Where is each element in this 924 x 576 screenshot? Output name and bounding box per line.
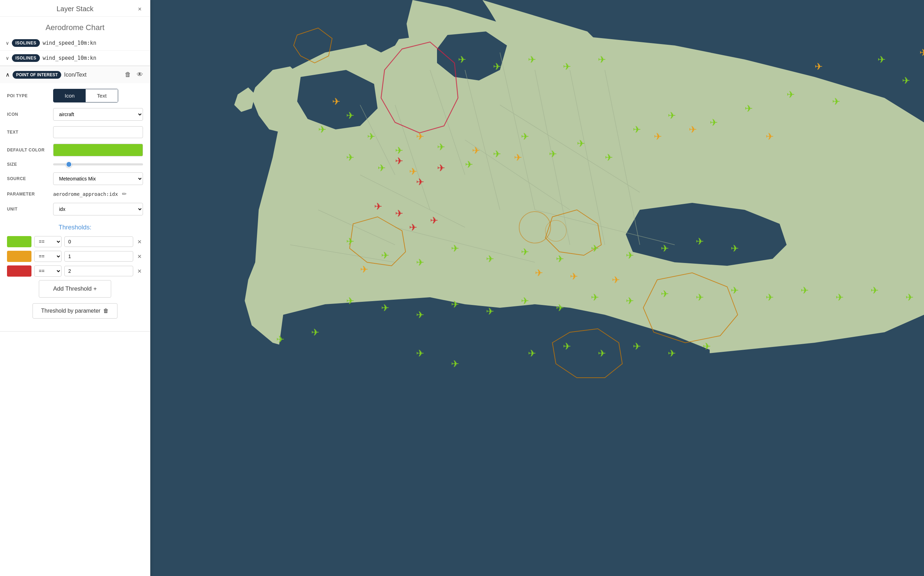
threshold-value-1[interactable] [64,237,133,247]
svg-text:✈: ✈ [577,138,585,149]
threshold-operator-1[interactable]: ==!=<<=>>= [34,236,62,247]
svg-text:✈: ✈ [626,250,634,261]
threshold-operator-3[interactable]: ==!=<<=>>= [34,266,62,277]
svg-text:✈: ✈ [745,103,753,114]
svg-text:✈: ✈ [381,250,389,261]
svg-text:✈: ✈ [409,222,417,233]
svg-text:✈: ✈ [661,243,669,254]
source-select[interactable]: Meteomatics Mix Other [53,173,143,185]
threshold-by-parameter-button[interactable]: Threshold by parameter 🗑 [32,303,118,318]
svg-text:✈: ✈ [871,285,879,296]
icon-select[interactable]: aircraft airport helipad arrow [53,108,143,121]
svg-text:✈: ✈ [598,348,606,359]
svg-text:✈: ✈ [346,296,354,306]
svg-text:✈: ✈ [528,54,536,65]
svg-text:✈: ✈ [409,166,417,177]
form-area: POI TYPE Icon Text ICON aircraft airport… [0,83,150,221]
svg-text:✈: ✈ [521,246,529,258]
close-button[interactable]: × [135,4,144,14]
size-slider[interactable] [53,163,143,165]
svg-text:✈: ✈ [703,341,711,352]
layer-1-badge: ISOLINES [12,39,40,47]
svg-text:✈: ✈ [591,243,599,254]
threshold-remove-3[interactable]: × [136,267,143,275]
color-swatch[interactable] [53,144,143,156]
parameter-value: aerodrome_approach:idx [53,191,118,197]
visibility-button[interactable]: 👁 [135,70,144,80]
parameter-edit-icon[interactable]: ✏ [122,190,126,197]
threshold-color-3[interactable] [7,266,32,277]
svg-text:✈: ✈ [832,96,840,107]
icon-label: ICON [7,112,49,117]
text-row: TEXT [7,126,143,138]
svg-text:✈: ✈ [521,296,529,306]
svg-text:✈: ✈ [378,163,386,173]
svg-text:✈: ✈ [360,264,368,275]
svg-text:✈: ✈ [633,341,641,352]
source-row: SOURCE Meteomatics Mix Other [7,173,143,185]
chart-title: Aerodrome Chart [0,17,150,36]
delete-layer-button[interactable]: 🗑 [123,70,132,80]
threshold-by-parameter-delete-icon[interactable]: 🗑 [103,308,109,314]
svg-text:✈: ✈ [416,257,424,268]
threshold-operator-2[interactable]: ==!=<<=>>= [34,251,62,262]
active-layer-chevron[interactable]: ∧ [6,71,10,78]
svg-text:✈: ✈ [556,302,564,314]
threshold-row-3: ==!=<<=>>= × [7,266,143,277]
svg-text:✈: ✈ [346,110,354,121]
threshold-remove-1[interactable]: × [136,238,143,246]
svg-text:✈: ✈ [633,124,641,135]
svg-text:✈: ✈ [902,75,910,86]
unit-row: UNIT idx [7,203,143,216]
svg-text:✈: ✈ [486,306,494,317]
threshold-value-3[interactable] [64,266,133,276]
svg-text:✈: ✈ [346,236,354,247]
svg-text:✈: ✈ [437,142,445,152]
svg-text:✈: ✈ [661,288,669,299]
threshold-color-1[interactable] [7,236,32,247]
svg-text:✈: ✈ [451,358,459,369]
poi-type-label: POI TYPE [7,93,49,98]
svg-text:✈: ✈ [472,145,480,156]
svg-text:✈: ✈ [766,292,774,303]
svg-text:✈: ✈ [598,54,606,65]
map-area[interactable]: ✈ ✈ ✈ ✈ ✈ ✈ ✈ ✈ ✈ ✈ ✈ ✈ ✈ ✈ ✈ ✈ ✈ ✈ ✈ ✈ … [150,0,924,576]
poi-type-text-button[interactable]: Text [86,89,118,102]
svg-text:✈: ✈ [332,96,340,107]
threshold-remove-2[interactable]: × [136,253,143,261]
text-input[interactable] [53,126,143,138]
svg-text:✈: ✈ [535,267,543,278]
svg-text:✈: ✈ [668,348,676,359]
panel-title: Layer Stack [57,5,94,13]
map-svg: ✈ ✈ ✈ ✈ ✈ ✈ ✈ ✈ ✈ ✈ ✈ ✈ ✈ ✈ ✈ ✈ ✈ ✈ ✈ ✈ … [150,0,924,576]
panel-header: Layer Stack × [0,0,150,17]
svg-text:✈: ✈ [451,299,459,310]
svg-text:✈: ✈ [766,131,774,142]
poi-type-row: POI TYPE Icon Text [7,89,143,102]
svg-text:✈: ✈ [919,47,924,58]
svg-text:✈: ✈ [878,54,886,65]
svg-text:✈: ✈ [493,61,501,72]
svg-text:✈: ✈ [731,243,739,254]
svg-text:✈: ✈ [654,131,662,142]
svg-text:✈: ✈ [374,201,382,212]
layer-2-chevron[interactable]: ∨ [6,55,9,61]
icon-row: ICON aircraft airport helipad arrow [7,108,143,121]
threshold-color-2[interactable] [7,251,32,262]
layer-1-chevron[interactable]: ∨ [6,40,9,46]
threshold-value-2[interactable] [64,251,133,262]
threshold-by-parameter-label: Threshold by parameter [41,308,101,314]
poi-type-icon-button[interactable]: Icon [53,89,86,102]
svg-text:✈: ✈ [514,152,522,163]
add-threshold-button[interactable]: Add Threshold + [39,280,111,298]
svg-text:✈: ✈ [905,292,913,303]
svg-text:✈: ✈ [430,215,438,226]
svg-text:✈: ✈ [591,292,599,303]
unit-select[interactable]: idx [53,203,143,216]
threshold-row-1: ==!=<<=>>= × [7,236,143,247]
svg-text:✈: ✈ [437,163,445,173]
layer-2-badge: ISOLINES [12,54,40,62]
svg-text:✈: ✈ [710,117,718,128]
size-row: SIZE [7,162,143,167]
svg-text:✈: ✈ [486,254,494,264]
